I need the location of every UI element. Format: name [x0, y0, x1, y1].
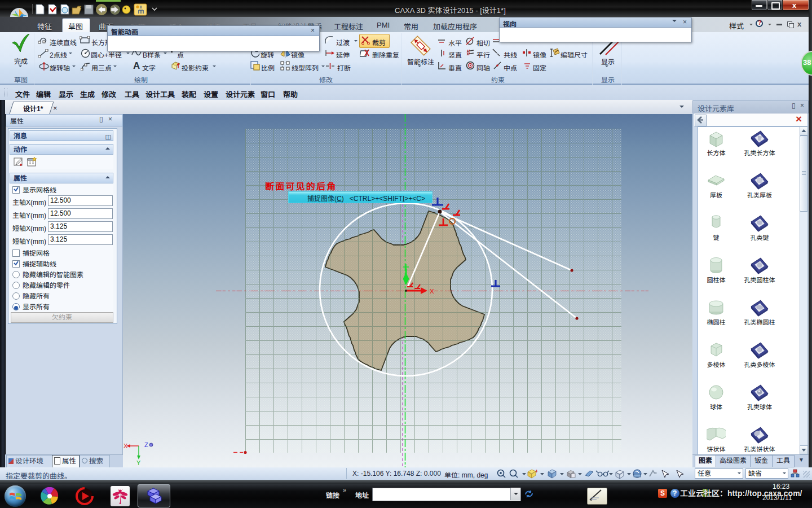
svg-text:Z: Z: [144, 441, 148, 448]
svg-text:X: X: [430, 288, 434, 295]
svg-text:+: +: [535, 468, 538, 474]
svg-text:Y: Y: [136, 459, 141, 466]
